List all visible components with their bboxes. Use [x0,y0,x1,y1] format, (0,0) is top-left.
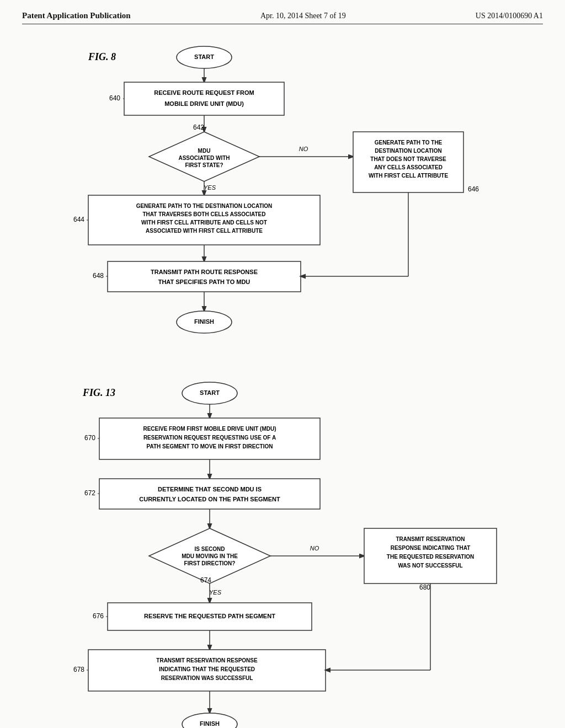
fig13-step676: RESERVE THE REQUESTED PATH SEGMENT [144,613,275,619]
fig13-step670-l1: RECEIVE FROM FIRST MOBILE DRIVE UNIT (MD… [143,426,276,432]
fig13-container: FIG. 13 START RECEIVE FROM FIRST MOBILE … [22,374,543,728]
fig13-step678-l2: INDICATING THAT THE REQUESTED [159,666,255,672]
fig8-no-label: NO [299,146,308,152]
page-header: Patent Application Publication Apr. 10, … [22,11,543,24]
fig8-step644-l3: WITH FIRST CELL ATTRIBUTE AND CELLS NOT [141,220,267,226]
fig8-finish: FINISH [194,318,214,325]
fig8-label: FIG. 8 [88,51,116,62]
fig13-step680-l3: THE REQUESTED RESERVATION [387,554,474,560]
fig13-step680-l2: RESPONSE INDICATING THAT [391,545,471,551]
fig13-label-676: 676 [93,612,104,620]
fig13-step674-l1: IS SECOND [194,546,225,552]
fig8-yes-label: YES [204,184,216,191]
fig13-step674-l3: FIRST DIRECTION? [184,560,236,566]
fig8-step646-l4: ANY CELLS ASSOCIATED [374,164,443,170]
fig8-label-642: 642 [193,124,204,131]
fig13-step678-l3: RESERVATION WAS SUCCESSFUL [161,675,253,681]
svg-rect-2 [124,82,284,115]
fig13-step672-l2: CURRENTLY LOCATED ON THE PATH SEGMENT [139,496,280,502]
fig13-label-672: 672 [84,489,95,497]
fig13-label-678: 678 [73,666,84,673]
svg-rect-23 [99,479,320,509]
header-date-sheet: Apr. 10, 2014 Sheet 7 of 19 [260,12,346,20]
fig8-step646-l3: THAT DOES NOT TRAVERSE [370,156,446,162]
fig8-step644-l4: ASSOCIATED WITH FIRST CELL ATTRIBUTE [146,228,263,234]
fig8-svg: FIG. 8 START RECEIVE ROUTE REQUEST FROM … [22,41,563,361]
fig8-step648-l2: THAT SPECIFIES PATH TO MDU [158,279,250,285]
svg-rect-12 [108,261,301,292]
fig8-label-646: 646 [468,185,479,193]
fig13-label-680: 680 [419,584,430,591]
fig8-step642-line3: FIRST STATE? [185,162,223,168]
fig13-step674-l2: MDU MOVING IN THE [182,553,238,559]
fig13-svg: FIG. 13 START RECEIVE FROM FIRST MOBILE … [22,374,563,728]
fig13-step680-l1: TRANSMIT RESERVATION [396,536,465,542]
fig8-start: START [194,53,214,60]
fig13-step672-l1: DETERMINE THAT SECOND MDU IS [158,486,262,493]
fig13-no-label: NO [310,545,319,552]
fig8-step640-line2: MOBILE DRIVE UNIT (MDU) [164,100,244,107]
fig8-step640-line1: RECEIVE ROUTE REQUEST FROM [154,89,254,96]
fig13-yes-label: YES [209,589,222,596]
fig8-label-644: 644 [73,216,84,223]
fig13-start: START [200,389,220,396]
fig8-step646-l5: WITH FIRST CELL ATTRIBUTE [369,173,449,179]
fig8-container: FIG. 8 START RECEIVE ROUTE REQUEST FROM … [22,41,543,363]
fig13-step678-l1: TRANSMIT RESERVATION RESPONSE [156,657,258,663]
fig13-step670-l3: PATH SEGMENT TO MOVE IN FIRST DIRECTION [147,443,273,449]
fig8-step644-l1: GENERATE PATH TO THE DESTINATION LOCATIO… [136,203,273,209]
fig13-step670-l2: RESERVATION REQUEST REQUESTING USE OF A [143,435,276,441]
fig8-label-640: 640 [109,94,120,102]
page: Patent Application Publication Apr. 10, … [0,0,565,728]
fig8-step644-l2: THAT TRAVERSES BOTH CELLS ASSOCIATED [143,211,266,217]
fig13-finish: FINISH [200,720,220,727]
fig13-label-670: 670 [84,434,95,442]
fig8-label-648: 648 [93,272,104,280]
fig8-step646-l2: DESTINATION LOCATION [375,148,441,154]
fig8-step642-line2: ASSOCIATED WITH [178,155,230,161]
fig8-step646-l1: GENERATE PATH TO THE [375,140,443,146]
fig13-label-674: 674 [200,576,211,584]
fig8-step642-line1: MDU [198,148,211,154]
fig13-step680-l4: WAS NOT SUCCESSFUL [398,563,462,569]
header-publication: Patent Application Publication [22,11,131,20]
fig13-label: FIG. 13 [82,387,115,398]
header-patent-number: US 2014/0100690 A1 [476,12,543,20]
fig8-step648-l1: TRANSMIT PATH ROUTE RESPONSE [151,269,258,275]
